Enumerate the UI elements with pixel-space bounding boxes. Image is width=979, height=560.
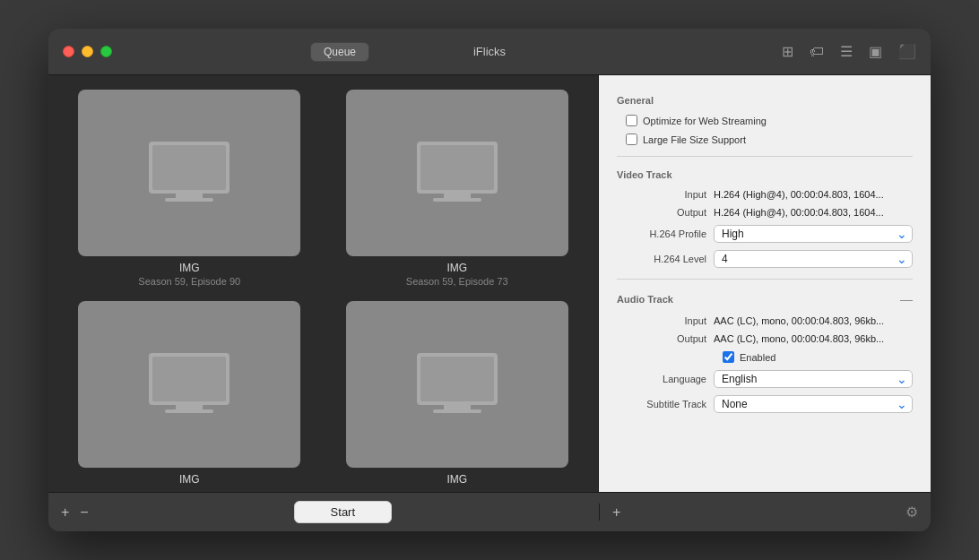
maximize-button[interactable] <box>100 46 112 57</box>
h264-level-row: H.264 Level 4 3 3.1 4.1 4.2 ⌄ <box>617 250 913 268</box>
language-select[interactable]: English French Spanish German <box>714 370 913 388</box>
h264-profile-select-wrapper: High Baseline Main ⌄ <box>714 225 913 243</box>
list-icon[interactable]: ☰ <box>840 43 853 60</box>
collapse-icon[interactable]: — <box>900 292 913 306</box>
h264-profile-row: H.264 Profile High Baseline Main ⌄ <box>617 225 913 243</box>
main-content: IMG Season 59, Episode 90 IMG Season 59,… <box>48 75 931 492</box>
optimize-label: Optimize for Web Streaming <box>643 116 767 126</box>
language-select-wrapper: English French Spanish German ⌄ <box>714 370 913 388</box>
monitor-svg <box>408 137 507 209</box>
svg-rect-11 <box>165 409 213 413</box>
language-label: Language <box>617 374 706 384</box>
toolbar-icons: ⊞ 🏷 ☰ ▣ ⬛ <box>782 43 916 60</box>
queue-item[interactable]: IMG <box>63 301 316 487</box>
video-output-row: Output H.264 (High@4), 00:00:04.803, 160… <box>617 207 913 218</box>
monitor-svg <box>408 349 507 420</box>
item-title: IMG <box>179 262 200 274</box>
large-file-label: Large File Size Support <box>643 134 746 145</box>
large-file-row: Large File Size Support <box>617 134 913 145</box>
audio-track-header: Audio Track — <box>617 292 913 306</box>
video-input-label: Input <box>617 189 706 200</box>
queue-thumbnail <box>346 301 568 468</box>
item-title: IMG <box>446 473 467 486</box>
panel-icon[interactable]: ⬛ <box>898 43 916 60</box>
enabled-row: Enabled <box>617 351 913 363</box>
add-track-button[interactable]: + <box>612 504 620 521</box>
queue-item[interactable]: IMG <box>331 301 585 487</box>
add-item-button[interactable]: + <box>61 504 69 521</box>
general-section-header: General <box>617 95 913 106</box>
video-input-value: H.264 (High@4), 00:00:04.803, 1604... <box>714 189 913 200</box>
video-track-header: Video Track <box>617 169 913 180</box>
start-button[interactable]: Start <box>294 501 392 523</box>
subtitle-select[interactable]: None <box>714 395 913 413</box>
svg-rect-6 <box>444 194 471 198</box>
subtitle-track-row: Subtitle Track None ⌄ <box>617 395 913 413</box>
bottom-right: + ⚙ <box>599 504 931 521</box>
audio-output-row: Output AAC (LC), mono, 00:00:04.803, 96k… <box>617 333 913 344</box>
audio-input-label: Input <box>617 315 706 326</box>
svg-rect-2 <box>176 194 203 198</box>
queue-item[interactable]: IMG Season 59, Episode 73 <box>331 90 585 287</box>
queue-thumbnail <box>78 301 300 468</box>
optimize-checkbox[interactable] <box>626 115 637 126</box>
bottom-left: + − Start <box>48 501 599 523</box>
video-output-value: H.264 (High@4), 00:00:04.803, 1604... <box>714 207 913 218</box>
window-title: iFlicks <box>473 45 506 58</box>
queue-panel: IMG Season 59, Episode 90 IMG Season 59,… <box>48 75 599 492</box>
svg-rect-15 <box>433 409 481 413</box>
settings-gear-icon[interactable]: ⚙ <box>905 504 918 521</box>
svg-rect-5 <box>420 145 494 190</box>
film-icon[interactable]: ▣ <box>869 43 882 60</box>
video-output-label: Output <box>617 207 706 218</box>
minimize-button[interactable] <box>82 46 93 57</box>
titlebar: Queue iFlicks ⊞ 🏷 ☰ ▣ ⬛ <box>48 29 931 75</box>
queue-thumbnail <box>346 90 568 256</box>
svg-rect-9 <box>152 357 226 401</box>
item-title: IMG <box>179 473 200 486</box>
audio-output-label: Output <box>617 333 706 344</box>
svg-rect-14 <box>444 405 471 409</box>
close-button[interactable] <box>63 46 74 57</box>
item-subtitle: Season 59, Episode 90 <box>138 276 240 287</box>
item-subtitle: Season 59, Episode 73 <box>406 276 508 287</box>
main-window: Queue iFlicks ⊞ 🏷 ☰ ▣ ⬛ <box>48 29 931 531</box>
svg-rect-1 <box>152 145 226 190</box>
language-row: Language English French Spanish German ⌄ <box>617 370 913 388</box>
h264-level-select-wrapper: 4 3 3.1 4.1 4.2 ⌄ <box>714 250 913 268</box>
audio-input-row: Input AAC (LC), mono, 00:00:04.803, 96kb… <box>617 315 913 326</box>
queue-button[interactable]: Queue <box>310 42 369 62</box>
h264-level-select[interactable]: 4 3 3.1 4.1 4.2 <box>714 250 913 268</box>
audio-input-value: AAC (LC), mono, 00:00:04.803, 96kb... <box>714 315 913 326</box>
video-input-row: Input H.264 (High@4), 00:00:04.803, 1604… <box>617 189 913 200</box>
bottom-bar: + − Start + ⚙ <box>48 492 931 531</box>
divider <box>617 279 913 280</box>
remove-item-button[interactable]: − <box>80 504 88 521</box>
queue-item[interactable]: IMG Season 59, Episode 90 <box>63 90 316 287</box>
subtitle-select-wrapper: None ⌄ <box>714 395 913 413</box>
traffic-lights <box>48 46 112 57</box>
h264-profile-select[interactable]: High Baseline Main <box>714 225 913 243</box>
svg-rect-7 <box>433 198 481 202</box>
h264-profile-label: H.264 Profile <box>617 228 706 239</box>
subtitle-track-label: Subtitle Track <box>617 399 706 409</box>
svg-rect-10 <box>176 405 203 409</box>
large-file-checkbox[interactable] <box>626 134 637 145</box>
audio-output-value: AAC (LC), mono, 00:00:04.803, 96kb... <box>714 333 913 344</box>
audio-track-title: Audio Track <box>617 294 673 305</box>
item-title: IMG <box>446 262 467 274</box>
optimize-row: Optimize for Web Streaming <box>617 115 913 126</box>
divider <box>617 156 913 157</box>
queue-thumbnail <box>78 90 300 256</box>
monitor-svg <box>140 137 238 209</box>
svg-rect-13 <box>420 357 494 401</box>
svg-rect-3 <box>165 198 213 202</box>
monitor-svg <box>140 349 238 420</box>
h264-level-label: H.264 Level <box>617 254 706 264</box>
tag-icon[interactable]: 🏷 <box>810 44 824 60</box>
settings-panel: General Optimize for Web Streaming Large… <box>599 75 931 492</box>
video-track-title: Video Track <box>617 169 672 180</box>
enabled-label: Enabled <box>740 352 775 363</box>
grid-icon[interactable]: ⊞ <box>782 43 793 60</box>
enabled-checkbox[interactable] <box>723 351 734 363</box>
